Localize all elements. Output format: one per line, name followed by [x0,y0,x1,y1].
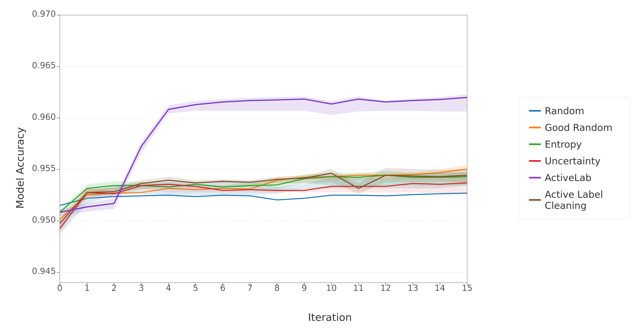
svg-text:0.965: 0.965 [32,60,56,70]
svg-rect-0 [60,15,467,283]
legend-item-uncertainty: Uncertainty [529,155,620,166]
legend-color-good-random [529,127,541,128]
svg-text:0.950: 0.950 [32,215,56,225]
legend-label-entropy: Entropy [545,139,582,150]
legend-label-uncertainty: Uncertainty [545,155,600,166]
legend-item-alc: Active Label Cleaning [529,189,620,211]
x-axis-label: Iteration [30,307,630,327]
legend-item-good-random: Good Random [529,122,620,133]
chart-svg: 0.970 0.965 0.960 0.955 0.950 0.945 0 1 … [30,9,507,307]
legend-item-activelab: ActiveLab [529,172,620,183]
svg-text:0.945: 0.945 [32,266,56,276]
legend-item-random: Random [529,105,620,116]
chart-svg-wrap: 0.970 0.965 0.960 0.955 0.950 0.945 0 1 … [30,9,507,307]
y-axis-label: Model Accuracy [14,127,26,209]
legend-color-random [529,110,541,112]
legend-label-good-random: Good Random [545,122,612,133]
svg-text:0.970: 0.970 [32,9,56,19]
chart-legend: Random Good Random Entropy Uncertainty [507,9,630,307]
legend-label-random: Random [545,105,584,116]
chart-container: Model Accuracy [14,9,630,327]
legend-label-activelab: ActiveLab [545,172,592,183]
legend-color-activelab [529,177,541,179]
legend-color-alc [529,199,541,201]
legend-color-entropy [529,143,541,145]
svg-text:0.960: 0.960 [32,111,56,121]
legend-box: Random Good Random Entropy Uncertainty [519,97,630,219]
legend-color-uncertainty [529,160,541,162]
plot-area: 0.970 0.965 0.960 0.955 0.950 0.945 0 1 … [30,9,630,327]
legend-item-entropy: Entropy [529,139,620,150]
legend-label-alc: Active Label Cleaning [545,189,620,211]
svg-text:0.955: 0.955 [32,163,56,173]
